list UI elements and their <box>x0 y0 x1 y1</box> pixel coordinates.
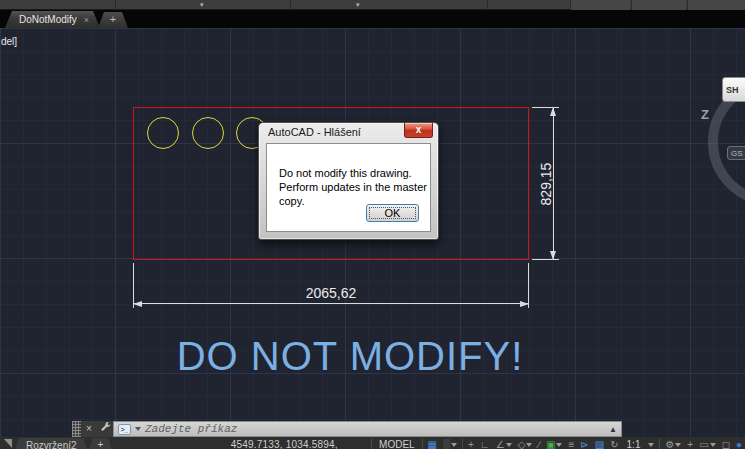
isometric-drafting-icon[interactable]: ◇ <box>515 437 536 449</box>
drag-handle-icon[interactable] <box>72 421 81 437</box>
dimension-line-horizontal[interactable] <box>133 303 529 304</box>
statusbar-separator <box>422 438 423 449</box>
object-snap-tracking-icon[interactable]: ∕ <box>535 437 543 449</box>
alert-dialog: AutoCAD - Hlášení x Do not modify this d… <box>258 122 439 240</box>
dialog-body: Do not modify this drawing. Perform upda… <box>266 143 431 232</box>
file-tab-label: DoNotModify <box>19 14 77 25</box>
dialog-title: AutoCAD - Hlášení <box>268 126 361 138</box>
statusbar-separator <box>659 438 660 449</box>
lineweight-icon[interactable]: ≡ <box>565 437 577 449</box>
grid-icon[interactable]: ▦ <box>425 437 440 449</box>
settings-gear-icon[interactable]: ⚙ <box>662 437 684 449</box>
new-tab-button[interactable]: + <box>98 12 128 28</box>
ribbon-panel-segment <box>570 0 630 10</box>
viewport-controls-text[interactable]: del] <box>1 36 17 47</box>
dropdown-caret-icon[interactable] <box>675 443 681 447</box>
dialog-message: Do not modify this drawing. Perform upda… <box>279 166 430 208</box>
dimension-text-horizontal[interactable]: 2065,62 <box>133 285 529 301</box>
dimension-arrow-icon <box>520 301 529 307</box>
snap-icon[interactable]: ░ <box>440 437 460 449</box>
object-snap-icon[interactable]: ▣ <box>543 437 565 449</box>
ribbon-panel-divider <box>487 0 488 10</box>
wrench-icon[interactable] <box>97 421 113 437</box>
ribbon-edge-strip: ▾ ▾ <box>0 0 745 10</box>
dialog-message-line1: Do not modify this drawing. <box>279 166 430 180</box>
ok-button[interactable]: OK <box>366 204 419 222</box>
selection-cycling-icon[interactable]: ↻ <box>607 437 621 449</box>
command-prompt-icon[interactable]: >_ <box>118 424 131 435</box>
dropdown-caret-icon[interactable] <box>556 443 562 447</box>
file-tab-donotmodify[interactable]: DoNotModify × <box>5 11 100 28</box>
dialog-close-button[interactable]: x <box>404 123 433 138</box>
ortho-icon[interactable]: ∟ <box>477 437 493 449</box>
sh-button[interactable]: SH <box>722 77 745 102</box>
quick-properties-icon[interactable]: ◻ <box>719 437 733 449</box>
annotation-visibility-icon[interactable]: ▭ <box>696 437 718 449</box>
dropdown-caret-icon[interactable] <box>451 443 457 447</box>
tab-close-icon[interactable]: × <box>84 15 89 25</box>
gs-badge[interactable]: GS <box>727 146 745 160</box>
autoscale-icon[interactable]: + <box>684 437 696 449</box>
dropdown-caret-icon[interactable] <box>526 443 532 447</box>
ribbon-panel-segment <box>631 0 686 10</box>
ribbon-panel-divider <box>290 0 291 10</box>
new-layout-button[interactable]: + <box>89 438 113 449</box>
dropdown-caret-icon[interactable] <box>648 443 654 447</box>
drawing-circle-1[interactable] <box>147 117 179 149</box>
statusbar-separator <box>462 438 463 449</box>
command-placeholder: Zadejte příkaz <box>145 423 605 435</box>
layout-tab-rozvrzeni2[interactable]: Rozvržení2 <box>14 438 89 449</box>
coordinates-readout: 4549.7133, 1034.5894, 0.0000 <box>223 437 369 449</box>
transparency-icon[interactable]: ▨ <box>592 437 607 449</box>
command-input[interactable]: >_ Zadejte příkaz ▲ <box>113 421 622 437</box>
dimension-arrow-icon <box>550 251 556 260</box>
command-close-icon[interactable]: × <box>81 421 97 437</box>
dimension-arrow-icon <box>550 107 556 116</box>
command-line-dock: × >_ Zadejte příkaz ▲ <box>72 421 622 437</box>
polar-tracking-icon[interactable]: ∠ <box>493 437 515 449</box>
command-collapse-icon[interactable]: ▲ <box>609 425 617 434</box>
model-space-button[interactable]: MODEL <box>374 437 420 449</box>
ribbon-panel-segment <box>687 0 745 10</box>
drawing-circle-2[interactable] <box>192 117 224 149</box>
ribbon-panel-divider <box>115 0 116 10</box>
dimension-text-vertical[interactable]: 829,15 <box>538 154 554 214</box>
annotation-scale-button[interactable]: 1:1 <box>622 437 646 449</box>
dropdown-caret-icon[interactable] <box>710 443 716 447</box>
drawing-canvas[interactable]: del] 2065,62 829,15 DO NOT MODIFY! Z SH … <box>0 28 745 437</box>
file-tab-bar: DoNotModify × + <box>0 10 745 28</box>
dropdown-caret-icon[interactable] <box>506 443 512 447</box>
graphics-performance-icon[interactable]: ● <box>733 437 745 449</box>
statusbar-separator <box>371 438 372 449</box>
panel-expander-icon[interactable]: ▾ <box>356 1 360 9</box>
layout-scroll-icon[interactable] <box>4 439 12 448</box>
annotation-scale-caret[interactable] <box>645 437 657 447</box>
status-bar: Rozvržení2 + 4549.7133, 1034.5894, 0.000… <box>0 437 745 449</box>
command-history-caret-icon[interactable] <box>135 427 141 431</box>
panel-expander-icon[interactable]: ▾ <box>200 1 204 9</box>
z-axis-label: Z <box>701 107 709 122</box>
dimension-arrow-icon <box>133 301 142 307</box>
dynamic-input-icon[interactable]: ⊳ <box>577 437 591 449</box>
warning-text: DO NOT MODIFY! <box>170 334 530 379</box>
autocad-window: ▾ ▾ DoNotModify × + del] 2065,62 829,15 <box>0 0 745 449</box>
infer-constraints-icon[interactable]: + <box>465 437 477 449</box>
